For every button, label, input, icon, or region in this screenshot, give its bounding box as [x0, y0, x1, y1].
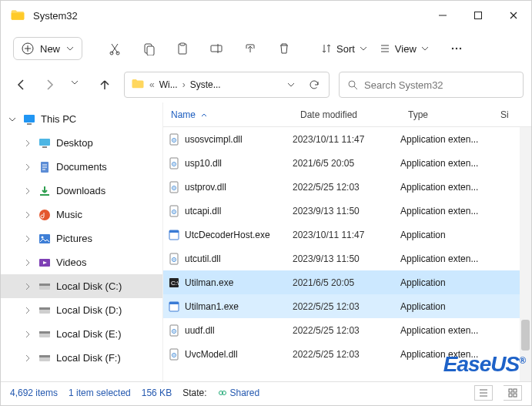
- chevron-right-icon[interactable]: [22, 354, 33, 362]
- thumbnails-view-button[interactable]: [504, 385, 522, 401]
- scrollbar[interactable]: [520, 127, 531, 381]
- tree-item[interactable]: Local Disk (F:): [1, 346, 162, 370]
- file-row[interactable]: Utilman1.exe2022/5/25 12:03Application: [163, 294, 531, 318]
- file-row[interactable]: utcutil.dll2023/9/13 11:50Application ex…: [163, 247, 531, 270]
- file-type: Application exten...: [400, 134, 493, 145]
- tree-label: Downloads: [56, 185, 105, 196]
- tree-label: Videos: [56, 257, 87, 268]
- delete-button[interactable]: [269, 35, 299, 62]
- svg-point-41: [173, 211, 175, 213]
- file-type: Application: [400, 277, 493, 288]
- svg-rect-25: [39, 307, 50, 310]
- up-button[interactable]: [92, 72, 118, 98]
- shared-icon: [218, 388, 227, 398]
- column-type[interactable]: Type: [400, 109, 493, 120]
- chevron-down-icon[interactable]: [7, 116, 18, 123]
- paste-button[interactable]: [167, 35, 198, 62]
- chevron-right-icon[interactable]: [22, 235, 33, 243]
- file-row[interactable]: UtcDecoderHost.exe2023/10/11 11:47Applic…: [163, 223, 531, 247]
- rename-button[interactable]: [201, 35, 232, 62]
- share-button[interactable]: [235, 35, 266, 62]
- svg-rect-15: [39, 139, 50, 146]
- tree-item[interactable]: Desktop: [1, 131, 162, 155]
- column-name[interactable]: Name: [163, 109, 293, 120]
- cut-button[interactable]: [99, 35, 130, 62]
- file-row[interactable]: utcapi.dll2023/9/13 11:50Application ext…: [163, 199, 531, 223]
- scrollbar-thumb[interactable]: [521, 320, 530, 351]
- chevron-right-icon[interactable]: [22, 307, 33, 314]
- tree-label: Pictures: [56, 233, 92, 244]
- tree-item[interactable]: Documents: [1, 155, 162, 179]
- svg-rect-60: [514, 389, 517, 392]
- tree-item[interactable]: Downloads: [1, 179, 162, 203]
- svg-point-10: [456, 48, 457, 49]
- chevron-right-icon[interactable]: [22, 331, 33, 338]
- chevron-right-icon[interactable]: [22, 187, 33, 195]
- svg-point-20: [42, 236, 44, 238]
- file-row[interactable]: UvcModel.dll2022/5/25 12:03Application e…: [163, 342, 531, 366]
- chevron-right-icon[interactable]: [22, 283, 33, 290]
- file-name: usosvcimpl.dll: [185, 134, 293, 145]
- copy-button[interactable]: [133, 35, 164, 62]
- svg-rect-0: [475, 12, 482, 19]
- file-icon: [163, 181, 185, 193]
- maximize-button[interactable]: [460, 3, 496, 28]
- state-label: State:: [182, 388, 206, 398]
- music-icon: [38, 209, 52, 221]
- tree-item[interactable]: Local Disk (D:): [1, 298, 162, 322]
- pictures-icon: [38, 233, 52, 245]
- chevron-left-icon[interactable]: «: [148, 79, 156, 90]
- svg-point-53: [173, 331, 175, 332]
- file-icon: [163, 157, 185, 169]
- tree-item[interactable]: Music: [1, 203, 162, 226]
- tree-item[interactable]: Local Disk (C:): [1, 274, 162, 298]
- address-bar[interactable]: « Wi... › Syste...: [124, 72, 330, 98]
- file-date: 2023/10/11 11:47: [293, 134, 400, 145]
- file-type: Application exten...: [400, 325, 493, 336]
- tree-item[interactable]: Videos: [1, 250, 162, 274]
- address-dropdown-button[interactable]: [279, 73, 303, 96]
- tree-item[interactable]: Local Disk (E:): [1, 322, 162, 346]
- file-row[interactable]: usosvcimpl.dll2023/10/11 11:47Applicatio…: [163, 127, 531, 151]
- view-button[interactable]: View: [375, 43, 433, 55]
- svg-rect-44: [170, 253, 178, 264]
- file-type: Application: [400, 301, 493, 312]
- minimize-button[interactable]: [425, 3, 460, 28]
- svg-rect-23: [39, 284, 50, 286]
- file-row[interactable]: usp10.dll2021/6/5 20:05Application exten…: [163, 151, 531, 175]
- svg-point-38: [173, 187, 175, 189]
- column-date[interactable]: Date modified: [293, 109, 400, 120]
- close-button[interactable]: [496, 3, 531, 28]
- search-input[interactable]: [364, 79, 515, 91]
- tree-item[interactable]: Pictures: [1, 226, 162, 250]
- file-date: 2021/6/5 20:05: [293, 277, 400, 288]
- details-view-button[interactable]: [474, 385, 493, 401]
- svg-rect-50: [169, 302, 179, 304]
- svg-rect-51: [170, 325, 178, 336]
- back-button[interactable]: [8, 72, 35, 98]
- file-type: Application exten...: [400, 158, 493, 169]
- breadcrumb-seg[interactable]: Wi...: [156, 79, 181, 90]
- file-row[interactable]: C:\Utilman.exe2021/6/5 20:05Application: [163, 270, 531, 294]
- chevron-right-icon[interactable]: [22, 139, 33, 147]
- selection-count: 1 item selected: [69, 388, 131, 398]
- file-icon: [163, 324, 185, 337]
- more-button[interactable]: [441, 35, 472, 62]
- tree-item-this-pc[interactable]: This PC: [1, 107, 162, 131]
- chevron-right-icon[interactable]: [22, 211, 33, 219]
- chevron-right-icon[interactable]: [22, 163, 33, 171]
- chevron-right-icon[interactable]: [22, 259, 33, 267]
- column-size[interactable]: Si: [493, 109, 524, 120]
- forward-button[interactable]: [36, 72, 62, 98]
- breadcrumb-seg[interactable]: Syste...: [187, 79, 224, 90]
- window-title: System32: [33, 10, 425, 22]
- file-row[interactable]: ustprov.dll2022/5/25 12:03Application ex…: [163, 175, 531, 199]
- file-row[interactable]: uudf.dll2022/5/25 12:03Application exten…: [163, 318, 531, 342]
- toolbar: New Sort View: [1, 30, 531, 67]
- refresh-button[interactable]: [303, 73, 326, 96]
- new-button[interactable]: New: [13, 37, 82, 60]
- search-box[interactable]: [339, 72, 524, 98]
- sort-button[interactable]: Sort: [316, 43, 372, 55]
- search-icon: [347, 79, 358, 90]
- recent-button[interactable]: [64, 72, 90, 98]
